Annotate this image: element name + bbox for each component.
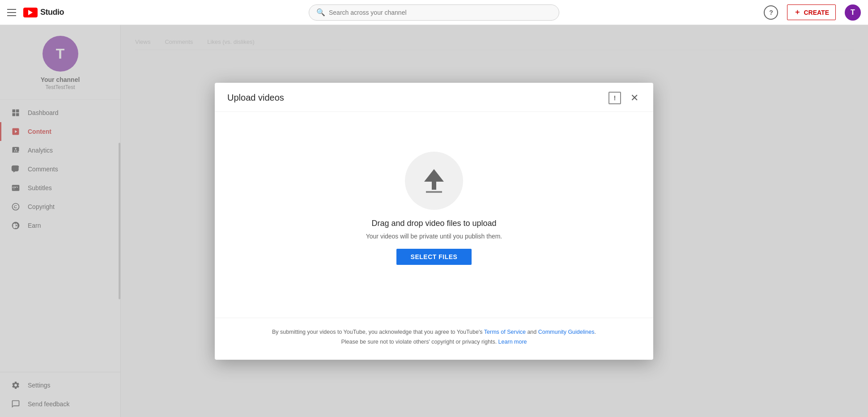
upload-arrow-icon <box>424 169 444 193</box>
footer-text-line2: Please be sure not to violate others' co… <box>227 337 641 347</box>
modal-header: Upload videos ! ✕ <box>215 83 653 112</box>
upload-circle <box>405 152 463 210</box>
footer-and: and <box>526 329 538 335</box>
hamburger-icon[interactable] <box>7 7 18 18</box>
upload-arrow-stem <box>432 182 436 190</box>
logo-text: Studio <box>40 8 64 17</box>
footer-pre-learn: Please be sure not to violate others' co… <box>341 339 498 345</box>
create-icon: ＋ <box>794 8 801 17</box>
logo[interactable]: Studio <box>23 8 64 17</box>
footer-text-line1: By submitting your videos to YouTube, yo… <box>227 327 641 337</box>
select-files-button[interactable]: SELECT FILES <box>396 249 472 265</box>
header-right: ? ＋ CREATE T <box>745 4 861 21</box>
header-search: 🔍 <box>123 4 745 21</box>
create-label: CREATE <box>804 9 829 16</box>
upload-modal: Upload videos ! ✕ Drag and drop video fi… <box>215 83 653 360</box>
modal-header-actions: ! ✕ <box>608 92 641 104</box>
search-icon: 🔍 <box>316 8 325 17</box>
modal-close-button[interactable]: ✕ <box>628 92 641 104</box>
modal-footer: By submitting your videos to YouTube, yo… <box>215 318 653 360</box>
upload-title: Drag and drop video files to upload <box>371 219 496 228</box>
avatar[interactable]: T <box>845 4 861 21</box>
upload-arrow-bar <box>426 191 442 193</box>
create-button[interactable]: ＋ CREATE <box>787 4 836 20</box>
modal-body: Drag and drop video files to upload Your… <box>215 112 653 318</box>
footer-pre-tos: By submitting your videos to YouTube, yo… <box>272 329 484 335</box>
modal-overlay: Upload videos ! ✕ Drag and drop video fi… <box>0 25 868 417</box>
header-left: Studio <box>7 7 123 18</box>
modal-alert-icon[interactable]: ! <box>608 92 621 104</box>
search-box: 🔍 <box>309 4 559 21</box>
youtube-logo-icon <box>23 8 38 17</box>
upload-area: Drag and drop video files to upload Your… <box>366 152 502 265</box>
footer-learn-more-link[interactable]: Learn more <box>498 339 527 345</box>
header: Studio 🔍 ? ＋ CREATE T <box>0 0 868 25</box>
footer-period: . <box>594 329 596 335</box>
footer-guidelines-link[interactable]: Community Guidelines <box>538 329 595 335</box>
upload-arrow-head <box>424 169 444 182</box>
upload-subtitle: Your videos will be private until you pu… <box>366 233 502 240</box>
search-input[interactable] <box>329 9 552 16</box>
modal-title: Upload videos <box>227 93 284 103</box>
help-button[interactable]: ? <box>764 5 778 20</box>
footer-tos-link[interactable]: Terms of Service <box>484 329 526 335</box>
